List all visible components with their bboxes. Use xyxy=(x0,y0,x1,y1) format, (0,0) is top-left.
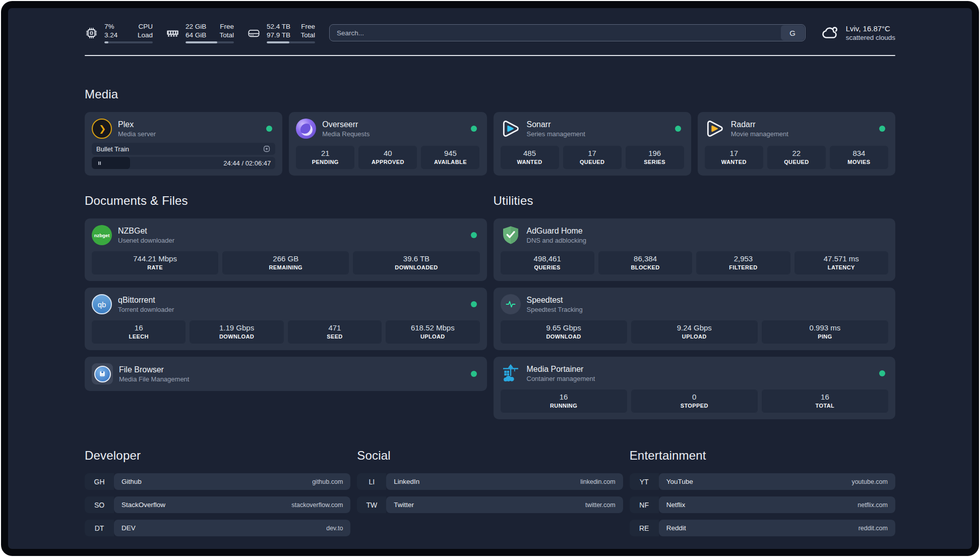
bookmark-name: LinkedIn xyxy=(394,478,419,485)
section-title-developer: Developer xyxy=(85,449,350,463)
stat-filtered: 2,953FILTERED xyxy=(696,251,790,274)
bookmark-url: reddit.com xyxy=(859,525,888,532)
bookmark-stackoverflow[interactable]: SO StackOverflowstackoverflow.com xyxy=(85,496,350,513)
card-overseerr[interactable]: Overseerr Media Requests 21PENDING 40APP… xyxy=(289,112,486,176)
disk-free-label: Free xyxy=(301,22,315,31)
stat-upload: 618.52 MbpsUPLOAD xyxy=(386,320,479,344)
status-dot xyxy=(266,126,272,132)
ram-free-label: Free xyxy=(220,22,234,31)
card-nzbget[interactable]: nzbget NZBGet Usenet downloader 744.21 M… xyxy=(85,218,487,281)
card-title: Overseerr xyxy=(322,120,370,130)
card-sonarr[interactable]: Sonarr Series management 485WANTED 17QUE… xyxy=(494,112,691,176)
stat-downloaded: 39.6 TBDOWNLOADED xyxy=(353,251,479,274)
card-portainer[interactable]: Media Portainer Container management 16R… xyxy=(494,357,896,419)
stat-queued: 17QUEUED xyxy=(563,146,622,169)
weather-condition: scattered clouds xyxy=(846,33,895,42)
portainer-icon xyxy=(501,363,521,383)
bookmark-netflix[interactable]: NF Netflixnetflix.com xyxy=(630,496,895,513)
cpu-load-label: Load xyxy=(138,31,153,39)
cpu-progress-bar xyxy=(104,41,153,43)
bookmark-reddit[interactable]: RE Redditreddit.com xyxy=(630,520,895,536)
card-plex[interactable]: ❯ Plex Media server Bullet Train xyxy=(85,112,282,176)
playback-time: 24:44 / 02:06:47 xyxy=(223,157,271,169)
bookmark-twitter[interactable]: TW Twittertwitter.com xyxy=(357,496,623,513)
card-title: Sonarr xyxy=(527,120,585,130)
window-frame: 7%CPU 3.24Load 22 GiBFree 64 GiBTotal xyxy=(1,1,979,556)
bookmark-youtube[interactable]: YT YouTubeyoutube.com xyxy=(630,473,895,490)
card-subtitle: Usenet downloader xyxy=(118,236,174,245)
section-title-documents: Documents & Files xyxy=(85,194,487,208)
stat-running: 16RUNNING xyxy=(501,389,627,413)
status-dot xyxy=(471,371,477,377)
bookmark-url: github.com xyxy=(312,478,343,485)
bookmark-url: netflix.com xyxy=(858,502,888,509)
bookmark-abbr: TW xyxy=(357,496,386,513)
stat-latency: 47.571 msLATENCY xyxy=(794,251,888,274)
bookmark-abbr: SO xyxy=(85,496,114,513)
disk-progress-bar xyxy=(267,41,315,43)
stat-queries: 498,461QUERIES xyxy=(501,251,594,274)
card-subtitle: Media Requests xyxy=(322,130,370,138)
ram-total: 64 GiB xyxy=(186,31,206,39)
bookmark-abbr: GH xyxy=(85,473,114,490)
ram-stat: 22 GiBFree 64 GiBTotal xyxy=(166,22,234,43)
stat-blocked: 86,384BLOCKED xyxy=(598,251,692,274)
search-input[interactable] xyxy=(330,25,780,41)
card-title: AdGuard Home xyxy=(527,226,587,236)
stat-download: 1.19 GbpsDOWNLOAD xyxy=(190,320,283,344)
stat-seed: 471SEED xyxy=(288,320,382,344)
session-device-icon[interactable] xyxy=(263,145,271,153)
bookmark-abbr: NF xyxy=(630,496,659,513)
stat-wanted: 17WANTED xyxy=(705,146,763,169)
bookmarks-social: Social LI LinkedInlinkedin.com TW Twitte… xyxy=(357,449,623,536)
filebrowser-icon xyxy=(92,363,113,384)
top-bar: 7%CPU 3.24Load 22 GiBFree 64 GiBTotal xyxy=(85,21,895,44)
stat-remaining: 266 GBREMAINING xyxy=(222,251,349,274)
media-section: ❯ Plex Media server Bullet Train xyxy=(85,112,895,176)
card-qbittorrent[interactable]: qb qBittorrent Torrent downloader 16LEEC… xyxy=(85,288,487,350)
stat-download: 9.65 GbpsDOWNLOAD xyxy=(501,320,627,344)
card-title: NZBGet xyxy=(118,226,174,236)
card-radarr[interactable]: Radarr Movie management 17WANTED 22QUEUE… xyxy=(698,112,895,176)
cloud-icon xyxy=(821,23,840,42)
ram-total-label: Total xyxy=(219,31,234,39)
status-dot xyxy=(675,126,681,132)
stat-pending: 21PENDING xyxy=(296,146,354,169)
stat-queued: 22QUEUED xyxy=(767,146,826,169)
bookmark-github[interactable]: GH Githubgithub.com xyxy=(85,473,350,490)
sonarr-icon xyxy=(501,119,521,139)
status-dot xyxy=(471,126,477,132)
stat-series: 196SERIES xyxy=(626,146,684,169)
plex-icon: ❯ xyxy=(92,119,112,139)
radarr-icon xyxy=(705,119,725,139)
bookmark-url: stackoverflow.com xyxy=(291,502,343,509)
stat-total: 16TOTAL xyxy=(762,389,888,413)
card-title: qBittorrent xyxy=(118,295,174,305)
card-subtitle: Series management xyxy=(527,130,585,138)
hard-drive-icon xyxy=(247,26,261,40)
stat-approved: 40APPROVED xyxy=(358,146,417,169)
status-dot xyxy=(471,301,477,307)
card-subtitle: Container management xyxy=(527,374,595,383)
card-filebrowser[interactable]: File Browser Media File Management xyxy=(85,357,487,391)
status-dot xyxy=(879,126,885,132)
card-subtitle: Torrent downloader xyxy=(118,305,174,314)
card-speedtest[interactable]: Speedtest Speedtest Tracking 9.65 GbpsDO… xyxy=(494,288,896,350)
bookmark-url: twitter.com xyxy=(585,502,616,509)
disk-free: 52.4 TB xyxy=(267,22,290,31)
stat-rate: 744.21 MbpsRATE xyxy=(92,251,218,274)
weather-widget: Lviv, 16.87°C scattered clouds xyxy=(821,23,895,42)
card-title: File Browser xyxy=(119,365,189,375)
system-stats: 7%CPU 3.24Load 22 GiBFree 64 GiBTotal xyxy=(85,22,315,43)
qbittorrent-icon: qb xyxy=(92,294,112,314)
bookmark-dev[interactable]: DT DEVdev.to xyxy=(85,520,350,536)
search-engine-button[interactable]: G xyxy=(781,25,805,40)
bookmark-linkedin[interactable]: LI LinkedInlinkedin.com xyxy=(357,473,623,490)
session-media-title: Bullet Train xyxy=(96,145,129,153)
card-adguard[interactable]: AdGuard Home DNS and adblocking 498,461Q… xyxy=(494,218,896,281)
section-title-media: Media xyxy=(85,87,895,101)
section-title-social: Social xyxy=(357,449,623,463)
section-title-utilities: Utilities xyxy=(494,194,896,208)
bookmark-name: YouTube xyxy=(666,478,693,485)
overseerr-icon xyxy=(296,119,316,139)
